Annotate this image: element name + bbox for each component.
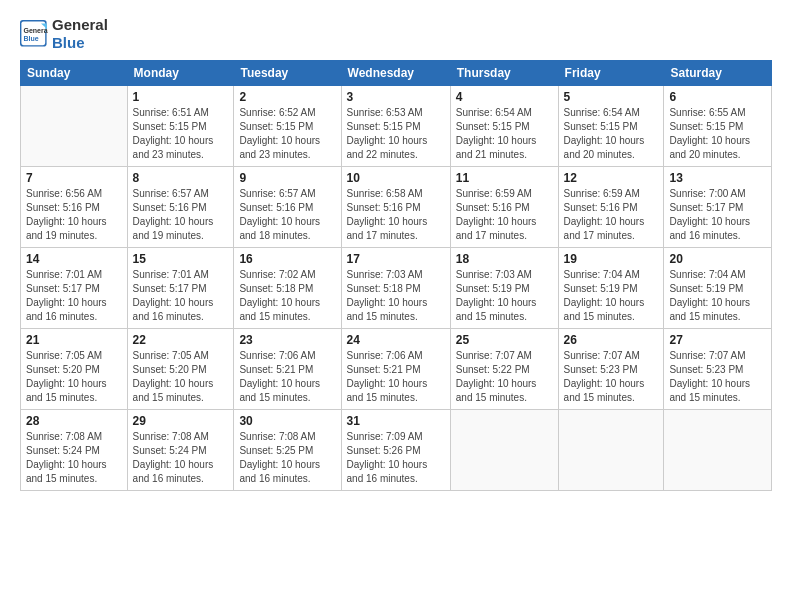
day-number: 6 [669,90,766,104]
day-info: Sunrise: 7:00 AM Sunset: 5:17 PM Dayligh… [669,187,766,243]
day-number: 16 [239,252,335,266]
day-number: 10 [347,171,445,185]
day-number: 5 [564,90,659,104]
day-info: Sunrise: 7:09 AM Sunset: 5:26 PM Dayligh… [347,430,445,486]
svg-text:Blue: Blue [24,35,39,42]
calendar-cell: 5Sunrise: 6:54 AM Sunset: 5:15 PM Daylig… [558,86,664,167]
day-number: 9 [239,171,335,185]
day-info: Sunrise: 7:07 AM Sunset: 5:23 PM Dayligh… [669,349,766,405]
logo-area: General Blue General Blue [20,16,108,52]
day-number: 21 [26,333,122,347]
day-info: Sunrise: 6:52 AM Sunset: 5:15 PM Dayligh… [239,106,335,162]
day-number: 24 [347,333,445,347]
day-info: Sunrise: 7:05 AM Sunset: 5:20 PM Dayligh… [133,349,229,405]
day-number: 31 [347,414,445,428]
calendar-cell: 9Sunrise: 6:57 AM Sunset: 5:16 PM Daylig… [234,167,341,248]
day-info: Sunrise: 6:57 AM Sunset: 5:16 PM Dayligh… [133,187,229,243]
calendar-cell: 6Sunrise: 6:55 AM Sunset: 5:15 PM Daylig… [664,86,772,167]
day-info: Sunrise: 6:55 AM Sunset: 5:15 PM Dayligh… [669,106,766,162]
day-number: 29 [133,414,229,428]
calendar-cell: 28Sunrise: 7:08 AM Sunset: 5:24 PM Dayli… [21,410,128,491]
weekday-header-saturday: Saturday [664,61,772,86]
calendar: SundayMondayTuesdayWednesdayThursdayFrid… [20,60,772,491]
day-number: 13 [669,171,766,185]
calendar-cell: 13Sunrise: 7:00 AM Sunset: 5:17 PM Dayli… [664,167,772,248]
day-info: Sunrise: 7:08 AM Sunset: 5:25 PM Dayligh… [239,430,335,486]
day-number: 1 [133,90,229,104]
weekday-header-wednesday: Wednesday [341,61,450,86]
day-number: 28 [26,414,122,428]
calendar-cell: 31Sunrise: 7:09 AM Sunset: 5:26 PM Dayli… [341,410,450,491]
day-number: 12 [564,171,659,185]
weekday-header-monday: Monday [127,61,234,86]
day-number: 19 [564,252,659,266]
calendar-cell: 4Sunrise: 6:54 AM Sunset: 5:15 PM Daylig… [450,86,558,167]
day-number: 7 [26,171,122,185]
header: General Blue General Blue [20,16,772,52]
calendar-cell: 15Sunrise: 7:01 AM Sunset: 5:17 PM Dayli… [127,248,234,329]
calendar-cell: 26Sunrise: 7:07 AM Sunset: 5:23 PM Dayli… [558,329,664,410]
day-number: 2 [239,90,335,104]
day-number: 18 [456,252,553,266]
calendar-cell: 20Sunrise: 7:04 AM Sunset: 5:19 PM Dayli… [664,248,772,329]
day-info: Sunrise: 7:05 AM Sunset: 5:20 PM Dayligh… [26,349,122,405]
day-info: Sunrise: 7:02 AM Sunset: 5:18 PM Dayligh… [239,268,335,324]
day-info: Sunrise: 7:08 AM Sunset: 5:24 PM Dayligh… [133,430,229,486]
calendar-cell: 14Sunrise: 7:01 AM Sunset: 5:17 PM Dayli… [21,248,128,329]
day-number: 15 [133,252,229,266]
calendar-cell: 19Sunrise: 7:04 AM Sunset: 5:19 PM Dayli… [558,248,664,329]
day-info: Sunrise: 6:57 AM Sunset: 5:16 PM Dayligh… [239,187,335,243]
calendar-cell: 25Sunrise: 7:07 AM Sunset: 5:22 PM Dayli… [450,329,558,410]
day-info: Sunrise: 6:59 AM Sunset: 5:16 PM Dayligh… [564,187,659,243]
day-info: Sunrise: 7:03 AM Sunset: 5:18 PM Dayligh… [347,268,445,324]
day-info: Sunrise: 6:54 AM Sunset: 5:15 PM Dayligh… [564,106,659,162]
day-number: 3 [347,90,445,104]
calendar-cell [21,86,128,167]
logo-icon: General Blue [20,20,48,48]
week-row-1: 1Sunrise: 6:51 AM Sunset: 5:15 PM Daylig… [21,86,772,167]
day-number: 8 [133,171,229,185]
day-info: Sunrise: 7:03 AM Sunset: 5:19 PM Dayligh… [456,268,553,324]
day-info: Sunrise: 7:04 AM Sunset: 5:19 PM Dayligh… [564,268,659,324]
day-info: Sunrise: 6:54 AM Sunset: 5:15 PM Dayligh… [456,106,553,162]
calendar-cell: 1Sunrise: 6:51 AM Sunset: 5:15 PM Daylig… [127,86,234,167]
calendar-cell: 21Sunrise: 7:05 AM Sunset: 5:20 PM Dayli… [21,329,128,410]
calendar-cell: 3Sunrise: 6:53 AM Sunset: 5:15 PM Daylig… [341,86,450,167]
calendar-cell [450,410,558,491]
calendar-cell: 11Sunrise: 6:59 AM Sunset: 5:16 PM Dayli… [450,167,558,248]
calendar-cell: 17Sunrise: 7:03 AM Sunset: 5:18 PM Dayli… [341,248,450,329]
day-info: Sunrise: 7:04 AM Sunset: 5:19 PM Dayligh… [669,268,766,324]
calendar-cell: 22Sunrise: 7:05 AM Sunset: 5:20 PM Dayli… [127,329,234,410]
calendar-cell: 7Sunrise: 6:56 AM Sunset: 5:16 PM Daylig… [21,167,128,248]
day-number: 17 [347,252,445,266]
day-number: 4 [456,90,553,104]
week-row-5: 28Sunrise: 7:08 AM Sunset: 5:24 PM Dayli… [21,410,772,491]
calendar-cell: 29Sunrise: 7:08 AM Sunset: 5:24 PM Dayli… [127,410,234,491]
day-number: 11 [456,171,553,185]
calendar-cell: 12Sunrise: 6:59 AM Sunset: 5:16 PM Dayli… [558,167,664,248]
calendar-cell [664,410,772,491]
day-number: 27 [669,333,766,347]
page: General Blue General Blue SundayMondayTu… [0,0,792,501]
day-info: Sunrise: 7:01 AM Sunset: 5:17 PM Dayligh… [133,268,229,324]
day-number: 30 [239,414,335,428]
calendar-cell: 8Sunrise: 6:57 AM Sunset: 5:16 PM Daylig… [127,167,234,248]
day-info: Sunrise: 7:01 AM Sunset: 5:17 PM Dayligh… [26,268,122,324]
calendar-cell: 18Sunrise: 7:03 AM Sunset: 5:19 PM Dayli… [450,248,558,329]
day-info: Sunrise: 7:07 AM Sunset: 5:23 PM Dayligh… [564,349,659,405]
calendar-cell: 24Sunrise: 7:06 AM Sunset: 5:21 PM Dayli… [341,329,450,410]
logo-text: General Blue [52,16,108,52]
calendar-cell: 23Sunrise: 7:06 AM Sunset: 5:21 PM Dayli… [234,329,341,410]
week-row-2: 7Sunrise: 6:56 AM Sunset: 5:16 PM Daylig… [21,167,772,248]
calendar-cell: 16Sunrise: 7:02 AM Sunset: 5:18 PM Dayli… [234,248,341,329]
calendar-cell: 30Sunrise: 7:08 AM Sunset: 5:25 PM Dayli… [234,410,341,491]
weekday-header-row: SundayMondayTuesdayWednesdayThursdayFrid… [21,61,772,86]
calendar-cell: 2Sunrise: 6:52 AM Sunset: 5:15 PM Daylig… [234,86,341,167]
week-row-4: 21Sunrise: 7:05 AM Sunset: 5:20 PM Dayli… [21,329,772,410]
weekday-header-thursday: Thursday [450,61,558,86]
day-info: Sunrise: 7:06 AM Sunset: 5:21 PM Dayligh… [239,349,335,405]
day-info: Sunrise: 6:56 AM Sunset: 5:16 PM Dayligh… [26,187,122,243]
week-row-3: 14Sunrise: 7:01 AM Sunset: 5:17 PM Dayli… [21,248,772,329]
day-info: Sunrise: 7:08 AM Sunset: 5:24 PM Dayligh… [26,430,122,486]
day-info: Sunrise: 7:06 AM Sunset: 5:21 PM Dayligh… [347,349,445,405]
